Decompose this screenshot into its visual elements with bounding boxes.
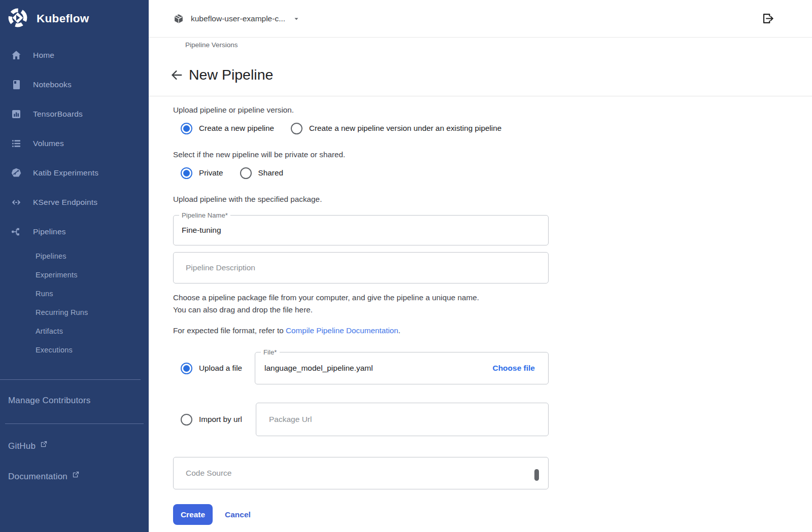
sidebar-subitem-label: Runs [36,290,53,298]
bar-chart-icon [10,108,22,120]
radio-create-new-pipeline-label[interactable]: Create a new pipeline [199,124,274,133]
sidebar-item-pipelines[interactable]: Pipelines [0,217,149,246]
logout-button[interactable] [761,12,775,25]
upload-prompt: Upload pipeline or pipeline version. [173,105,549,115]
sidebar-subitem-artifacts[interactable]: Artifacts [0,322,149,340]
format-suffix: . [398,326,400,335]
help-line-1: Choose a pipeline package file from your… [173,292,549,304]
cancel-button[interactable]: Cancel [225,510,251,519]
manage-contributors-label: Manage Contributors [8,396,91,406]
radio-upload-file[interactable] [181,363,192,374]
sidebar-subitem-recurring-runs[interactable]: Recurring Runs [0,303,149,322]
github-link[interactable]: GitHub [0,436,149,456]
namespace-selector[interactable]: kubeflow-user-example-c... [173,13,300,24]
file-name-value: language_model_pipeline.yaml [264,364,492,373]
code-arrows-icon [10,196,22,208]
format-prefix: For expected file format, refer to [173,326,286,335]
package-prompt: Upload pipeline with the specified packa… [173,194,549,204]
page-header: Pipeline Versions New Pipeline [149,41,812,96]
sidebar-item-label: KServe Endpoints [33,198,97,207]
sidebar-subitem-pipelines[interactable]: Pipelines [0,246,149,265]
form-actions: Create Cancel [173,504,549,525]
sidebar-subitem-label: Artifacts [36,327,63,335]
sidebar-item-label: Notebooks [33,80,72,89]
sidebar-subitem-label: Pipelines [36,252,66,260]
pipeline-type-radio-row: Create a new pipeline Create a new pipel… [173,122,549,134]
file-field[interactable]: File* language_model_pipeline.yaml Choos… [255,352,549,384]
sidebar-subitem-experiments[interactable]: Experiments [0,265,149,284]
chevron-down-icon [293,15,300,22]
home-icon [10,49,22,61]
pipeline-name-label: Pipeline Name* [179,211,230,219]
github-label: GitHub [8,441,36,451]
package-cube-icon [173,13,184,24]
sidebar-subitem-label: Recurring Runs [36,308,88,316]
radio-import-by-url[interactable] [181,414,192,425]
page-title: New Pipeline [189,66,273,83]
sidebar-subitem-label: Experiments [36,271,78,279]
file-format-line: For expected file format, refer to Compi… [173,326,549,335]
import-url-row: Import by url [173,403,549,436]
documentation-label: Documentation [8,472,67,482]
package-help-text: Choose a pipeline package file from your… [173,292,549,316]
upload-file-row: Upload a file File* language_model_pipel… [173,352,549,384]
compile-pipeline-documentation-link[interactable]: Compile Pipeline Documentation [286,326,398,335]
scrollbar-thumb[interactable] [534,469,539,481]
notebook-icon [10,79,22,91]
radio-private[interactable] [181,167,192,179]
sidebar-item-label: Katib Experiments [33,168,98,178]
back-arrow-icon [170,76,184,84]
experiment-badge-icon [10,167,22,179]
sidebar-divider [5,423,144,424]
sidebar-subitem-runs[interactable]: Runs [0,284,149,303]
external-link-icon [40,440,48,448]
radio-create-new-pipeline[interactable] [181,123,192,134]
choose-file-button[interactable]: Choose file [492,364,535,373]
pipeline-name-input[interactable] [174,216,548,245]
sidebar-item-home[interactable]: Home [0,41,149,70]
storage-list-icon [10,137,22,150]
code-source-input[interactable] [174,457,548,489]
sidebar-item-label: Volumes [33,139,64,148]
topbar: kubeflow-user-example-c... [149,0,812,38]
pipeline-description-input[interactable] [174,253,548,283]
pipeline-name-field: Pipeline Name* [173,215,549,245]
pipeline-description-field [173,252,549,283]
radio-shared[interactable] [240,167,252,179]
sidebar-subitem-executions[interactable]: Executions [0,340,149,359]
sidebar-subitem-label: Executions [36,346,73,354]
radio-shared-label[interactable]: Shared [258,168,283,178]
sidebar-item-label: Home [33,51,54,60]
kubeflow-logo [7,7,28,30]
radio-create-new-version[interactable] [291,123,302,134]
create-button[interactable]: Create [173,504,213,525]
visibility-prompt: Select if the new pipeline will be priva… [173,150,549,159]
visibility-radio-row: Private Shared [173,167,549,179]
back-button[interactable] [170,68,184,82]
external-link-icon [72,471,80,478]
sidebar-item-label: Pipelines [33,227,66,236]
sidebar-item-tensorboards[interactable]: TensorBoards [0,99,149,129]
logout-icon [761,19,775,27]
help-line-2: You can also drag and drop the file here… [173,304,549,316]
sidebar-nav: Home Notebooks TensorBoards Volumes [0,41,149,359]
sidebar-item-volumes[interactable]: Volumes [0,129,149,158]
manage-contributors-link[interactable]: Manage Contributors [0,393,149,408]
radio-create-new-version-label[interactable]: Create a new pipeline version under an e… [309,124,501,133]
logo-text: Kubeflow [37,12,89,25]
package-url-field [256,403,549,436]
sidebar-item-katib-experiments[interactable]: Katib Experiments [0,158,149,188]
kubeflow-logo-home-link[interactable]: Kubeflow [0,0,149,29]
sidebar-item-notebooks[interactable]: Notebooks [0,70,149,99]
new-pipeline-form: Upload pipeline or pipeline version. Cre… [149,96,549,525]
sidebar: Kubeflow Home Notebooks TensorBoards [0,0,149,532]
main-area: kubeflow-user-example-c... Pipeline Vers… [149,0,812,532]
package-url-input[interactable] [256,403,548,436]
documentation-link[interactable]: Documentation [0,467,149,487]
sidebar-item-kserve-endpoints[interactable]: KServe Endpoints [0,188,149,217]
radio-private-label[interactable]: Private [199,168,223,178]
radio-upload-file-label[interactable]: Upload a file [199,364,242,373]
file-field-label: File* [261,348,280,356]
sidebar-divider [0,379,141,380]
radio-import-by-url-label[interactable]: Import by url [199,415,242,424]
